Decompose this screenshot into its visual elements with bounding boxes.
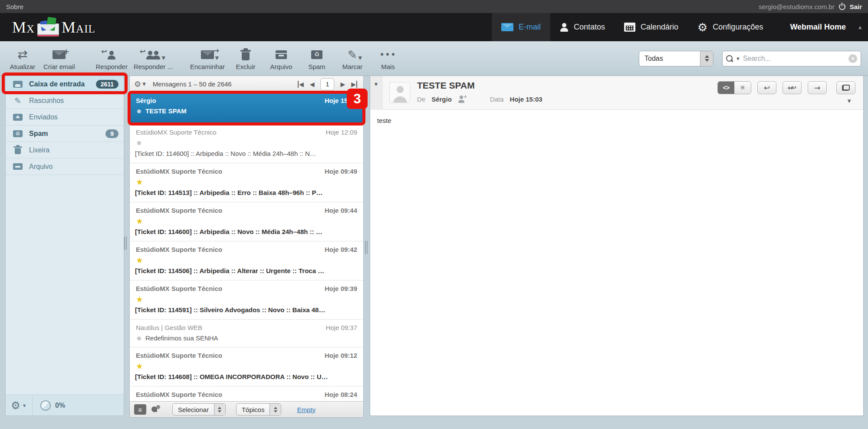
date: Hoje 08:24 xyxy=(325,391,357,398)
message-row[interactable]: EstúdioMX Suporte TécnicoHoje 09:49 ★[Ti… xyxy=(130,163,363,202)
compose-label: Criar email xyxy=(43,63,75,70)
forward-button[interactable]: → ▼ Encaminhar xyxy=(188,45,227,72)
list-mode-button[interactable]: ≡ xyxy=(134,404,146,415)
nav-contatos[interactable]: Contatos xyxy=(550,13,615,41)
sender: EstúdioMX Suporte Técnico xyxy=(136,285,222,292)
refresh-button[interactable]: ⇄ Atualizar xyxy=(6,45,39,72)
star-icon[interactable]: ★ xyxy=(136,178,145,188)
collapse-headers-button[interactable]: ▼ xyxy=(370,76,382,110)
message-row[interactable]: EstúdioMX Suporte TécnicoHoje 09:44 ★[Ti… xyxy=(130,202,363,241)
scope-filter-select[interactable]: Todas xyxy=(639,51,713,66)
nav-configuracoes[interactable]: ⚙ Configurações xyxy=(688,13,773,41)
more-button[interactable]: ••• Mais xyxy=(372,45,404,72)
collapse-header-icon[interactable]: ▲ xyxy=(857,24,868,30)
reply-label: Responder xyxy=(96,63,128,70)
next-page-button[interactable]: ▶ xyxy=(340,81,345,88)
reply-button[interactable]: ↩ Responder xyxy=(94,45,129,72)
message-row[interactable]: EstúdioMX Suporte TécnicoHoje 12:09 [Tic… xyxy=(130,124,363,163)
star-icon[interactable]: ★ xyxy=(136,256,145,266)
quota-circle-icon xyxy=(40,400,51,411)
stepper-icon xyxy=(214,404,225,415)
unread-dot-icon[interactable] xyxy=(137,337,141,340)
sender: EstúdioMX Suporte Técnico xyxy=(136,246,222,253)
stepper-icon xyxy=(700,51,713,66)
spam-icon xyxy=(311,50,322,59)
sidebar-item-drafts[interactable]: ✎ Rascunhos xyxy=(6,92,124,109)
forward-quick-button[interactable]: → xyxy=(808,81,827,94)
message-header: TESTE SPAM De Sérgio + Data Hoje 15:03 <… xyxy=(382,76,863,110)
reply-icon: ↩ xyxy=(107,50,116,59)
sidebar-splitter[interactable] xyxy=(124,237,128,250)
trash-icon xyxy=(242,52,250,60)
subject: TESTE SPAM xyxy=(145,107,187,115)
search-clear-icon[interactable]: × xyxy=(848,54,857,63)
trash-label: Lixeira xyxy=(29,146,118,154)
search-icon[interactable] xyxy=(726,55,733,62)
star-icon[interactable]: ★ xyxy=(136,217,145,227)
archive-icon xyxy=(276,50,287,59)
reply-all-button[interactable]: ↩ ▼ Responder ... xyxy=(132,45,174,72)
select-dropdown-label: Selecionar xyxy=(173,406,214,413)
nav-webmail-home[interactable]: Webmail Home xyxy=(773,23,857,32)
message-row[interactable]: EstúdioMX Suporte TécnicoHoje 09:39 ★[Ti… xyxy=(130,280,363,320)
compose-button[interactable]: + Criar email xyxy=(42,45,77,72)
last-page-button[interactable]: ▶ xyxy=(351,81,357,88)
subject: [Ticket ID: 114608] :: OMEGA INCORPORADO… xyxy=(135,373,357,380)
sidebar-item-sent[interactable]: Enviados xyxy=(6,109,124,125)
message-row[interactable]: SérgioHoje 15:03 TESTE SPAM xyxy=(130,92,363,124)
topics-dropdown[interactable]: Tópicos xyxy=(236,403,282,416)
gear-icon: ⚙ xyxy=(697,21,707,34)
message-row[interactable]: EstúdioMX Suporte TécnicoHoje 09:42 ★[Ti… xyxy=(130,241,363,280)
list-footer: ≡ Selecionar Tópicos Empty xyxy=(130,401,363,417)
reply-all-quick-button[interactable]: ↩↩ xyxy=(783,81,802,94)
popout-icon xyxy=(842,85,850,91)
sender: EstúdioMX Suporte Técnico xyxy=(136,129,217,136)
sidebar-item-trash[interactable]: Lixeira xyxy=(6,142,124,158)
reply-quick-button[interactable]: ↩ xyxy=(757,81,776,94)
more-headers-caret-icon[interactable]: ▼ xyxy=(846,98,852,104)
search-input[interactable] xyxy=(743,55,846,63)
message-row[interactable]: EstúdioMX Suporte TécnicoHoje 09:12 ★[Ti… xyxy=(130,347,363,386)
message-row[interactable]: Nautilus | Gestão WEBHoje 09:37 Redefini… xyxy=(130,320,363,347)
mark-button[interactable]: ✎ ▼ Marcar xyxy=(336,45,369,72)
add-contact-icon[interactable]: + xyxy=(458,95,467,103)
mail-toolbar: ⇄ Atualizar + Criar email ↩ Responder ↩ … xyxy=(0,41,868,76)
star-icon[interactable]: ★ xyxy=(136,362,145,372)
message-row[interactable]: EstúdioMX Suporte TécnicoHoje 08:24 xyxy=(130,386,363,401)
delete-button[interactable]: Excluir xyxy=(229,45,262,72)
sidebar-item-archive[interactable]: Arquivo xyxy=(6,158,124,175)
select-dropdown[interactable]: Selecionar xyxy=(172,403,226,416)
message-subject: TESTE SPAM xyxy=(417,80,475,91)
empty-folder-link[interactable]: Empty xyxy=(297,406,316,413)
account-email: sergio@estudiomx.com.br xyxy=(759,3,834,10)
nav-email[interactable]: E-mail xyxy=(492,13,550,41)
list-options-button[interactable]: ⚙▼ xyxy=(134,79,146,89)
sender: Sérgio xyxy=(136,97,156,104)
sidebar-item-spam[interactable]: Spam 9 xyxy=(6,125,124,142)
archive-button[interactable]: Arquivo xyxy=(265,45,298,72)
spam-unread-badge: 9 xyxy=(105,129,118,138)
app-logo: Mx Mail xyxy=(12,17,95,37)
nav-calendario[interactable]: Calendário xyxy=(615,13,688,41)
unread-dot-icon[interactable] xyxy=(137,109,141,113)
spam-label-side: Spam xyxy=(29,130,99,138)
spam-button[interactable]: Spam xyxy=(300,45,333,72)
search-options-caret-icon[interactable]: ▼ xyxy=(736,56,740,61)
sidebar-item-inbox[interactable]: Caixa de entrada 2611 xyxy=(6,76,124,92)
logo-envelope-icon xyxy=(36,17,60,37)
main-nav: E-mail Contatos Calendário ⚙ Configuraçõ… xyxy=(492,13,868,41)
page-input[interactable] xyxy=(320,78,334,90)
prev-page-button[interactable]: ◀ xyxy=(310,81,315,88)
unread-dot-icon[interactable] xyxy=(137,141,141,145)
text-view-button[interactable]: ≡ xyxy=(734,82,751,94)
logout-button[interactable]: Sair xyxy=(850,3,862,10)
thread-mode-icon[interactable] xyxy=(151,405,162,414)
list-splitter[interactable] xyxy=(365,241,368,254)
star-icon[interactable]: ★ xyxy=(136,295,145,305)
html-view-button[interactable]: <> xyxy=(718,82,734,94)
folder-actions-button[interactable]: ⚙ ▼ xyxy=(6,395,33,416)
about-link[interactable]: Sobre xyxy=(6,3,23,10)
first-page-button[interactable]: ◀ xyxy=(298,81,304,88)
from-label: De xyxy=(417,96,425,103)
open-new-window-button[interactable] xyxy=(836,81,855,94)
